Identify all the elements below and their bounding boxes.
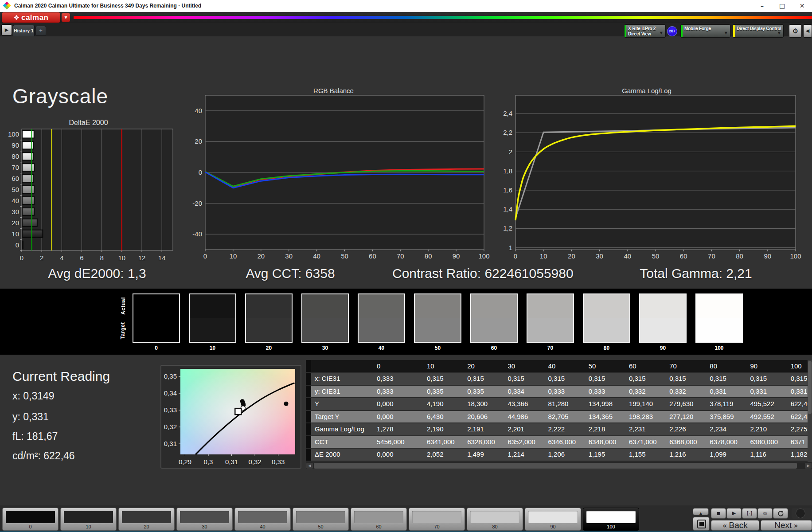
level-swatch — [64, 511, 113, 523]
axis-label: 60 — [12, 175, 19, 182]
current-reading-title: Current Reading — [12, 369, 110, 384]
axis-label: 20 — [195, 137, 202, 145]
level-button-80[interactable]: 80 — [467, 508, 523, 531]
device-status-bar — [733, 25, 735, 37]
axis-label: 2 — [40, 254, 43, 262]
table-cell: 2,218 — [585, 423, 625, 435]
level-button-50[interactable]: 50 — [293, 508, 349, 531]
table-cell: 0,333 — [373, 373, 423, 385]
table-cell: 6352,000 — [504, 436, 544, 448]
axis-label: 40 — [313, 252, 320, 260]
axis-label: 1 — [509, 244, 512, 251]
scroll-right-icon[interactable]: ▶ — [805, 463, 812, 469]
minimize-button[interactable]: – — [752, 0, 772, 12]
level-button-90[interactable]: 90 — [525, 508, 581, 531]
axis-label: 70 — [397, 252, 404, 260]
level-button-60[interactable]: 60 — [351, 508, 407, 531]
next-button[interactable]: Next » — [761, 520, 812, 531]
axis-label: 0 — [16, 241, 19, 249]
device-dropdown-3[interactable]: Direct Display Control▼ — [733, 24, 784, 38]
maximize-button[interactable]: □ — [772, 0, 792, 12]
table-cell: 6346,000 — [545, 436, 585, 448]
band-swatch-target — [415, 318, 461, 342]
level-button-70[interactable]: 70 — [409, 508, 465, 531]
table-cell: 0,315 — [423, 373, 464, 385]
band-actual-label: Actual — [120, 297, 126, 315]
band-swatch-actual — [190, 294, 235, 318]
axis-label: 70 — [708, 252, 715, 260]
level-button-20[interactable]: 20 — [118, 508, 175, 531]
band-swatch-label: 30 — [301, 345, 349, 351]
table-cell: 279,630 — [666, 398, 706, 410]
calman-logo[interactable]: ❖ calman — [2, 12, 60, 23]
table-cell: 0,333 — [373, 386, 423, 398]
scroll-left-icon[interactable]: ◀ — [306, 463, 313, 469]
step-button-icon: [·] — [747, 510, 752, 516]
axis-label: 40 — [12, 197, 19, 204]
level-button-100[interactable]: 100 — [583, 508, 639, 531]
axis-label: DeltaE 2000 — [69, 119, 108, 126]
settings-gear-button[interactable]: ⚙ — [789, 24, 802, 38]
tab-history-1[interactable]: History 1 — [13, 25, 35, 36]
table-cell: 0,315 — [666, 373, 706, 385]
step-button[interactable]: [·] — [742, 508, 757, 519]
play-button-icon: ▶ — [732, 510, 736, 516]
table-cell: 4,190 — [423, 398, 464, 410]
table-cell: 1,499 — [464, 449, 504, 461]
axis-label: 60 — [680, 252, 687, 260]
level-button-10[interactable]: 10 — [60, 508, 117, 531]
band-swatch-0 — [133, 293, 180, 343]
table-row: x: CIE310,3330,3150,3150,3150,3150,3150,… — [306, 373, 812, 385]
band-swatch-60 — [470, 293, 518, 343]
axis-label: 100 — [790, 252, 801, 260]
table-cell: 0,335 — [423, 386, 464, 398]
table-cell: 0,000 — [373, 449, 423, 461]
band-swatch-40 — [358, 293, 405, 343]
table-cell: 199,140 — [625, 398, 666, 410]
table-horizontal-scrollbar[interactable]: ◀ ▶ — [306, 462, 812, 469]
loop-button[interactable] — [773, 508, 788, 519]
stop-button[interactable]: ◼ — [711, 508, 726, 519]
band-swatch-actual — [359, 294, 404, 318]
level-button-40[interactable]: 40 — [234, 508, 291, 531]
back-label: Back — [729, 520, 748, 530]
table-row: Gamma Log/Log1,2782,1902,1912,2012,2222,… — [306, 423, 812, 435]
display-toggle-button[interactable] — [693, 517, 710, 531]
level-swatch — [6, 511, 55, 523]
play-button[interactable]: ▶ — [726, 508, 742, 519]
add-tab-button[interactable]: + — [35, 26, 46, 35]
table-cell: 81,280 — [545, 398, 585, 410]
table-cell: 0,315 — [747, 373, 787, 385]
pattern-up-button[interactable]: ▲ — [693, 508, 709, 515]
calman-mark-icon: ❖ — [13, 14, 19, 22]
table-cell: 2,231 — [625, 423, 666, 435]
table-column-header: 60 — [625, 360, 666, 372]
collapse-panel-button[interactable]: ◀ — [803, 24, 812, 38]
deltae-2000-chart: DeltaE 200002468101214100908070605040302… — [0, 115, 182, 268]
meter-count-badge[interactable]: 207 — [667, 26, 677, 36]
band-target-label: Target — [120, 322, 126, 340]
table-row-label: y: CIE31 — [311, 386, 373, 398]
back-button[interactable]: « Back — [711, 520, 759, 531]
close-button[interactable]: ✕ — [792, 0, 812, 12]
logo-menu-dropdown[interactable]: ▼ — [62, 13, 70, 22]
device-dropdown-2[interactable]: Mobile Forge▼ — [680, 24, 730, 38]
level-button-30[interactable]: 30 — [176, 508, 233, 531]
device-dropdown-1[interactable]: X-Rite i1Pro 2 Direct View▼ — [624, 24, 666, 38]
app-icon — [4, 2, 11, 9]
level-label: 30 — [177, 524, 232, 529]
band-swatch-actual — [584, 294, 629, 318]
tab-scroll-button[interactable]: ▶ — [1, 24, 12, 35]
axis-label: Gamma Log/Log — [622, 87, 671, 94]
axis-label: 10 — [12, 230, 19, 238]
band-swatch-label: 50 — [414, 345, 461, 351]
table-cell: 1,099 — [706, 449, 746, 461]
axis-label: 10 — [230, 252, 237, 260]
axis-label: 0,31 — [164, 440, 177, 447]
table-column-header: 30 — [504, 360, 544, 372]
scrollbar-thumb[interactable] — [314, 463, 797, 469]
continuous-button[interactable]: ∞ — [757, 508, 773, 519]
table-vertical-scrollbar[interactable] — [808, 360, 812, 462]
level-button-0[interactable]: 0 — [2, 508, 59, 531]
axis-label: 80 — [736, 252, 743, 260]
